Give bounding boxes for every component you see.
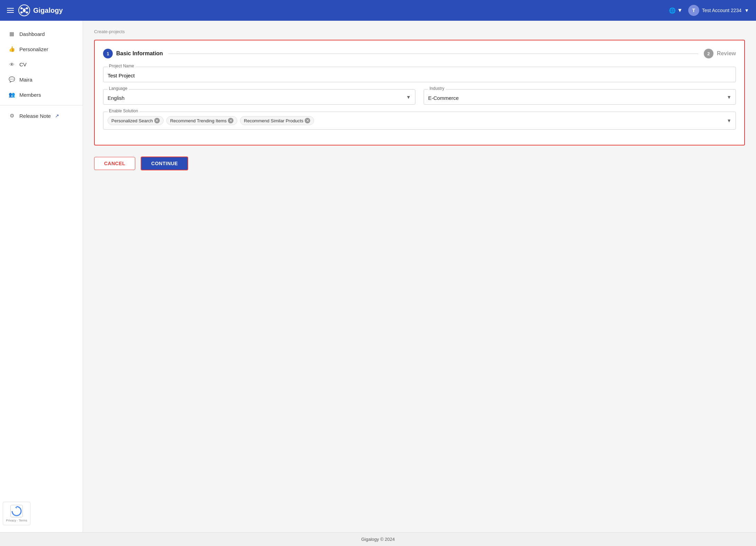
main-content: Create-projects 1 Basic Information 2 Re… — [83, 21, 756, 532]
project-name-group: Project Name — [103, 67, 736, 82]
form-card: 1 Basic Information 2 Review Project Nam… — [94, 40, 745, 145]
continue-button[interactable]: CONTINUE — [141, 157, 188, 170]
sidebar-item-label: Dashboard — [19, 31, 45, 37]
step-divider — [168, 54, 698, 54]
account-dropdown-icon: ▼ — [744, 8, 749, 13]
language-industry-row: Language English Japanese Chinese ▼ Indu… — [103, 89, 736, 105]
tag-recommend-trending-close[interactable]: ✕ — [228, 118, 233, 123]
release-note-icon: ⚙ — [8, 112, 15, 119]
svg-point-1 — [23, 9, 26, 12]
dashboard-icon: ▦ — [8, 30, 15, 37]
sidebar-item-label: Members — [19, 92, 41, 98]
industry-label: Industry — [428, 86, 446, 91]
step-2-circle: 2 — [704, 49, 713, 58]
action-buttons: CANCEL CONTINUE — [94, 154, 745, 173]
layout: ▦ Dashboard 👍 Personalizer 👁 CV 💬 Maira … — [0, 21, 756, 532]
stepper: 1 Basic Information 2 Review — [103, 49, 736, 58]
language-col: Language English Japanese Chinese ▼ — [103, 89, 415, 105]
avatar: T — [688, 5, 699, 16]
globe-icon: 🌐 — [669, 7, 676, 14]
project-name-field: Project Name — [103, 67, 736, 82]
enable-solution-group: Enable Solution Personalized Search ✕ Re… — [103, 112, 736, 130]
language-selector[interactable]: 🌐 ▼ — [669, 7, 683, 14]
industry-field: Industry E-Commerce Retail Finance Healt… — [424, 89, 736, 105]
tag-recommend-trending: Recommend Trending Items ✕ — [166, 116, 237, 125]
industry-select[interactable]: E-Commerce Retail Finance Healthcare — [424, 90, 736, 104]
step-2-label: Review — [717, 50, 736, 57]
account-menu[interactable]: T Test Account 2234 ▼ — [688, 5, 749, 16]
step-2: 2 Review — [704, 49, 736, 58]
sidebar-item-label: Personalizer — [19, 46, 48, 52]
breadcrumb: Create-projects — [94, 29, 745, 34]
privacy-terms-link[interactable]: Privacy · Terms — [6, 519, 27, 522]
tag-recommend-similar: Recommend Similar Products ✕ — [240, 116, 314, 125]
captcha-box — [10, 505, 23, 517]
step-1-circle: 1 — [103, 49, 113, 58]
tag-personalized-search: Personalized Search ✕ — [108, 116, 164, 125]
header-right: 🌐 ▼ T Test Account 2234 ▼ — [669, 5, 749, 16]
maira-icon: 💬 — [8, 76, 15, 83]
sidebar-item-cv[interactable]: 👁 CV — [0, 57, 83, 72]
footer: Gigalogy © 2024 — [0, 532, 756, 546]
sidebar: ▦ Dashboard 👍 Personalizer 👁 CV 💬 Maira … — [0, 21, 83, 532]
language-select[interactable]: English Japanese Chinese — [103, 90, 415, 104]
members-icon: 👥 — [8, 91, 15, 98]
sidebar-item-maira[interactable]: 💬 Maira — [0, 72, 83, 87]
industry-col: Industry E-Commerce Retail Finance Healt… — [424, 89, 736, 105]
enable-solution-label: Enable Solution — [108, 109, 139, 113]
sidebar-item-dashboard[interactable]: ▦ Dashboard — [0, 26, 83, 41]
globe-dropdown-icon: ▼ — [677, 7, 683, 13]
sidebar-item-members[interactable]: 👥 Members — [0, 87, 83, 102]
sidebar-item-label: Release Note — [19, 113, 51, 119]
solution-dropdown-icon: ▼ — [727, 118, 731, 123]
external-link-icon: ↗ — [55, 113, 59, 119]
project-name-label: Project Name — [108, 64, 136, 68]
logo: Gigalogy — [18, 4, 63, 17]
tag-personalized-search-close[interactable]: ✕ — [154, 118, 160, 123]
logo-icon — [18, 4, 30, 17]
language-field: Language English Japanese Chinese ▼ — [103, 89, 415, 105]
captcha-icon — [11, 506, 22, 516]
account-name: Test Account 2234 — [702, 8, 741, 13]
project-name-input[interactable] — [103, 67, 736, 82]
step-1: 1 Basic Information — [103, 49, 163, 58]
cancel-button[interactable]: CANCEL — [94, 157, 135, 170]
tag-recommend-similar-close[interactable]: ✕ — [305, 118, 310, 123]
sidebar-item-personalizer[interactable]: 👍 Personalizer — [0, 41, 83, 57]
enable-solution-field[interactable]: Enable Solution Personalized Search ✕ Re… — [103, 112, 736, 130]
sidebar-item-release-note[interactable]: ⚙ Release Note ↗ — [0, 108, 83, 123]
logo-text: Gigalogy — [33, 7, 63, 15]
personalizer-icon: 👍 — [8, 46, 15, 53]
footer-text: Gigalogy © 2024 — [361, 537, 395, 542]
header: Gigalogy 🌐 ▼ T Test Account 2234 ▼ — [0, 0, 756, 21]
header-left: Gigalogy — [7, 4, 63, 17]
sidebar-item-label: Maira — [19, 77, 33, 83]
hamburger-menu[interactable] — [7, 8, 14, 13]
language-label: Language — [108, 86, 129, 91]
cv-icon: 👁 — [8, 61, 15, 68]
step-1-label: Basic Information — [116, 50, 163, 57]
sidebar-item-label: CV — [19, 62, 27, 67]
captcha-widget: Privacy · Terms — [3, 502, 30, 525]
